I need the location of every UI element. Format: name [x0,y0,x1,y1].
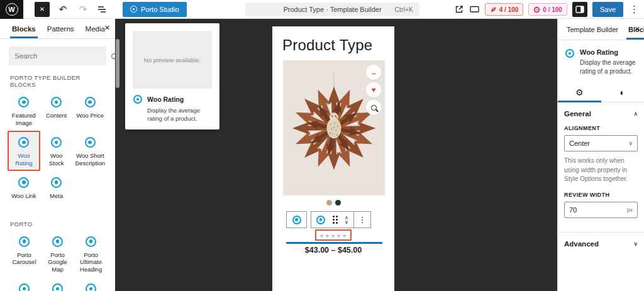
block-card-description: Display the average rating of a product. [580,58,639,76]
block-mover[interactable]: ∧ ∨ [340,212,353,228]
popup-block-title: Woo Rating [147,96,184,103]
porto-studio-button[interactable]: Porto Studio [123,2,187,17]
porto-block-icon [133,95,142,104]
block-options-button[interactable]: ⋮ [354,212,370,228]
general-section: General ∧ Alignment Center ∨ This works … [558,102,644,226]
chevron-down-icon: ∨ [633,241,638,247]
swatch-green[interactable] [335,200,341,206]
porto-block-icon [86,236,96,247]
redo-button[interactable]: ↷ [76,4,90,15]
view-site-button[interactable] [454,4,464,14]
save-button[interactable]: Save [592,2,623,17]
block-card-title: Woo Rating [580,48,639,56]
preview-button[interactable] [469,4,480,14]
list-view-button[interactable] [96,4,110,15]
sidebar-panel-icon [575,6,584,13]
top-bar-left: W ✕ ↶ ↷ Porto Studio [0,0,187,19]
tab-blocks[interactable]: Blocks [6,19,42,38]
sidebar-block-porto-google-map[interactable]: Porto Google Map [41,230,74,278]
review-width-unit: px [627,207,633,213]
porto-block-icon [18,137,29,148]
contrast-icon: ◐ [620,87,625,97]
advanced-section-header[interactable]: Advanced ∨ [558,232,644,255]
settings-sidebar: Template Builder Block ✕ Woo Rating Disp… [557,19,644,291]
block-search-field[interactable] [9,47,106,65]
alignment-label: Alignment [564,125,638,131]
general-section-header[interactable]: General ∧ [564,109,638,121]
heart-icon: ♥ [371,85,375,94]
options-menu-button[interactable]: ⋮ [628,4,640,15]
save-label: Save [600,6,616,13]
sidebar-block-porto-info-box[interactable]: Porto Info Box [8,277,41,291]
sidebar-block-woo-stock[interactable]: Woo Stock [40,131,73,171]
wishlist-button[interactable]: ♥ [366,82,381,97]
quick-view-button[interactable] [366,100,381,115]
chevron-up-icon: ∧ [633,111,638,117]
parent-block-button[interactable] [286,211,307,228]
settings-tabs: Template Builder Block ✕ [558,19,644,40]
close-settings-button[interactable]: ✕ [635,25,640,33]
sidebar-block-porto-icons[interactable]: Porto Icons [74,277,108,291]
search-input[interactable] [14,52,111,60]
sidebar-block-woo-price[interactable]: Woo Price [72,91,108,131]
woo-rating-block-selected[interactable]: ★★★★★ [315,229,351,241]
product-image-actions: → ♥ [366,65,381,115]
inserter-tabs: Blocks Patterns Media ✕ [0,19,115,39]
sidebar-block-content[interactable]: Content [40,91,73,131]
wordpress-icon: W [6,3,18,16]
alignment-value: Center [569,140,590,147]
tab-template-builder[interactable]: Template Builder [562,19,623,40]
wordpress-logo[interactable]: W [0,0,23,19]
sidebar-block-porto-ultimate-heading[interactable]: Porto Ultimate Heading [74,230,108,278]
block-insertion-indicator [286,242,382,244]
block-type-button[interactable] [311,212,330,228]
close-icon: ✕ [40,6,45,13]
monitor-icon [469,4,480,14]
sidebar-block-porto-carousel[interactable]: Porto Carousel [8,230,41,278]
sidebar-scrollbar [115,19,120,291]
color-swatches [272,200,394,206]
sidebar-block-woo-rating[interactable]: Woo Rating [8,131,40,171]
sidebar-block-porto-stat-counter[interactable]: Porto Stat Counter [41,277,74,291]
porto-block-icon [51,97,62,107]
alignment-help-text: This works only when using width propert… [564,156,638,184]
alignment-select[interactable]: Center ∨ [564,135,638,151]
tab-settings[interactable]: ⚙ [558,82,601,102]
porto-block-icon [86,283,96,291]
sidebar-block-featured-image[interactable]: Featured Image [8,91,40,131]
external-link-icon [454,4,464,14]
porto-studio-label: Porto Studio [141,6,179,13]
sidebar-block-woo-short-description[interactable]: Woo Short Description [72,131,108,171]
block-toolbar-group: ∧ ∨ ⋮ [311,211,371,228]
general-label: General [564,110,591,118]
porto-block-icon [18,177,29,188]
undo-button[interactable]: ↶ [56,4,70,15]
settings-panel-toggle-button[interactable] [572,2,587,17]
review-width-input[interactable] [569,206,627,214]
swatch-tan[interactable] [326,200,332,206]
next-product-button[interactable]: → [366,65,381,80]
tab-block[interactable]: Block [623,19,644,40]
product-featured-image[interactable]: → ♥ [283,60,385,195]
porto-block-icon [52,283,63,291]
performance-score-value: 4 / 100 [499,6,519,13]
sidebar-scrollbar-thumb[interactable] [116,39,119,88]
command-palette[interactable]: Product Type · Template Builder Ctrl+K [245,3,419,16]
block-toolbar: ∧ ∨ ⋮ [286,211,394,228]
close-editor-button[interactable]: ✕ [35,2,50,17]
porto-block-icon [316,216,325,224]
drag-handle[interactable] [330,212,340,228]
sidebar-block-woo-link[interactable]: Woo Link [8,171,40,207]
performance-score-badge[interactable]: 4 / 100 [485,3,524,16]
ellipsis-icon: ⋮ [358,215,367,224]
tab-patterns[interactable]: Patterns [42,19,80,38]
gauge-icon [533,6,540,13]
rocket-icon [490,6,497,13]
close-inserter-button[interactable]: ✕ [104,24,110,32]
tab-styles[interactable]: ◐ [601,82,644,102]
no-preview-text: No preview available. [144,57,201,63]
sidebar-block-meta[interactable]: Meta [40,171,73,207]
section-title-porto-type-builder-blocks: Porto Type Builder Blocks [10,74,105,88]
page-title: Product Type [282,36,394,54]
seo-score-badge[interactable]: 0 / 100 [528,3,567,16]
